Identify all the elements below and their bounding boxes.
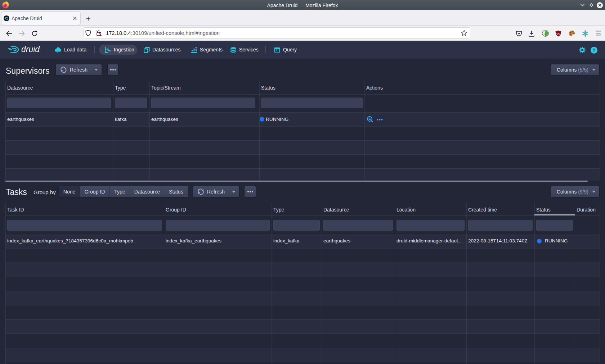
- svg-text:?: ?: [593, 48, 596, 53]
- svg-text:UO: UO: [556, 32, 560, 35]
